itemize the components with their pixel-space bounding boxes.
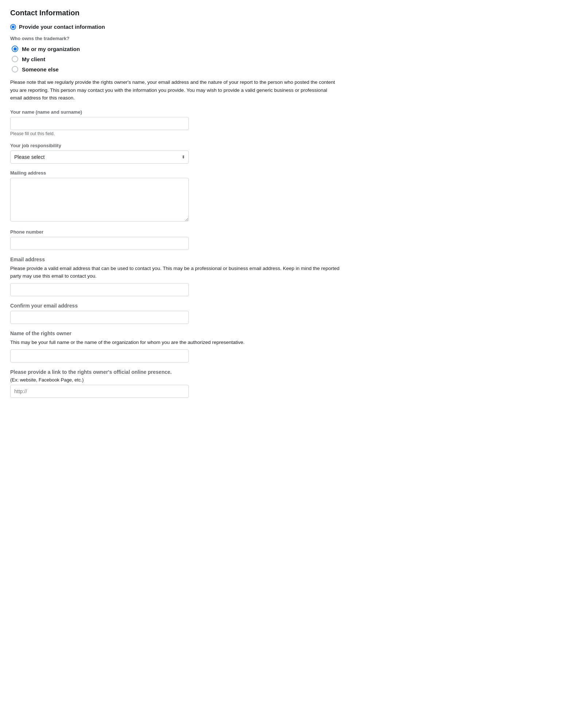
email-address-input[interactable] xyxy=(10,283,189,296)
page-title: Contact Information xyxy=(10,9,340,17)
mailing-address-label: Mailing address xyxy=(10,170,340,176)
trademark-owner-radio-group: Me or my organization My client Someone … xyxy=(12,46,340,73)
phone-number-input[interactable] xyxy=(10,237,189,250)
mailing-address-input[interactable] xyxy=(10,178,189,222)
email-address-field-group: Email address Please provide a valid ema… xyxy=(10,257,340,296)
online-presence-hint: (Ex: website, Facebook Page, etc.) xyxy=(10,377,340,383)
rights-owner-name-note: This may be your full name or the name o… xyxy=(10,338,340,347)
radio-someone-else-indicator xyxy=(12,66,18,73)
confirm-email-input[interactable] xyxy=(10,311,189,324)
provide-contact-label: Provide your contact information xyxy=(19,24,105,30)
radio-my-client-label: My client xyxy=(22,56,45,62)
job-responsibility-select[interactable]: Please select Legal Marketing Executive … xyxy=(10,150,189,164)
confirm-email-label: Confirm your email address xyxy=(10,303,340,309)
online-presence-input[interactable] xyxy=(10,385,189,398)
rights-owner-name-label: Name of the rights owner xyxy=(10,330,340,336)
your-name-input[interactable] xyxy=(10,117,189,130)
email-address-label: Email address xyxy=(10,257,340,262)
radio-me-or-org-indicator xyxy=(12,46,18,52)
radio-someone-else-label: Someone else xyxy=(22,66,59,73)
mailing-address-field-group: Mailing address xyxy=(10,170,340,223)
radio-option-someone-else[interactable]: Someone else xyxy=(12,66,340,73)
radio-option-me-or-org[interactable]: Me or my organization xyxy=(12,46,340,52)
radio-me-or-org-label: Me or my organization xyxy=(22,46,80,52)
confirm-email-field-group: Confirm your email address xyxy=(10,303,340,324)
online-presence-label: Please provide a link to the rights owne… xyxy=(10,369,340,375)
rights-owner-name-field-group: Name of the rights owner This may be you… xyxy=(10,330,340,363)
radio-my-client-indicator xyxy=(12,56,18,62)
your-name-field-group: Your name (name and surname) Please fill… xyxy=(10,109,340,136)
phone-number-label: Phone number xyxy=(10,229,340,235)
privacy-note: Please note that we regularly provide th… xyxy=(10,78,340,102)
online-presence-field-group: Please provide a link to the rights owne… xyxy=(10,369,340,398)
trademark-owner-label: Who owns the trademark? xyxy=(10,36,340,41)
job-responsibility-field-group: Your job responsibility Please select Le… xyxy=(10,143,340,164)
job-responsibility-label: Your job responsibility xyxy=(10,143,340,148)
radio-option-my-client[interactable]: My client xyxy=(12,56,340,62)
rights-owner-name-input[interactable] xyxy=(10,349,189,363)
job-responsibility-select-wrapper: Please select Legal Marketing Executive … xyxy=(10,150,189,164)
your-name-label: Your name (name and surname) xyxy=(10,109,340,115)
phone-number-field-group: Phone number xyxy=(10,229,340,250)
your-name-validation-hint: Please fill out this field. xyxy=(10,131,340,136)
provide-contact-radio[interactable] xyxy=(10,24,16,30)
email-address-note: Please provide a valid email address tha… xyxy=(10,265,340,280)
provide-contact-section: Provide your contact information xyxy=(10,24,340,30)
